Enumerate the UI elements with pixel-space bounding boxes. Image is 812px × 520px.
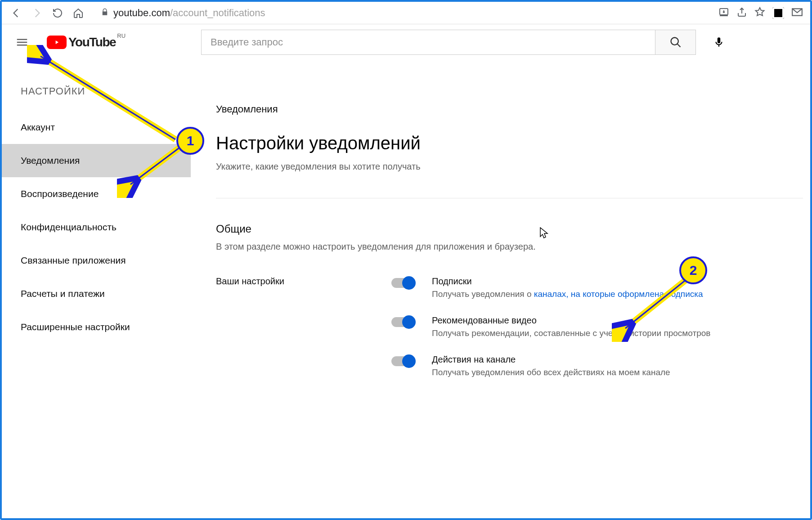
toggle-title: Действия на канале bbox=[432, 354, 670, 365]
main-content: Уведомления Настройки уведомлений Укажит… bbox=[216, 103, 803, 394]
toggle-switch-channel-activity[interactable] bbox=[391, 356, 414, 366]
toggle-subscriptions: Подписки Получать уведомления о каналах,… bbox=[391, 276, 803, 299]
youtube-logo-text: YouTube bbox=[68, 35, 116, 49]
toggle-switch-recommended[interactable] bbox=[391, 317, 414, 327]
sidebar-item-notifications[interactable]: Уведомления bbox=[2, 144, 191, 177]
sidebar-item-connected-apps[interactable]: Связанные приложения bbox=[2, 244, 191, 277]
mail-icon[interactable] bbox=[791, 6, 803, 20]
breadcrumb-label: Уведомления bbox=[216, 103, 803, 115]
voice-search-button[interactable] bbox=[707, 30, 731, 54]
browser-toolbar: youtube.com/account_notifications bbox=[2, 2, 810, 24]
toggle-title: Подписки bbox=[432, 276, 703, 287]
toggle-title: Рекомендованные видео bbox=[432, 315, 710, 326]
settings-sidebar: НАСТРОЙКИ Аккаунт Уведомления Воспроизве… bbox=[2, 76, 191, 344]
address-bar[interactable]: youtube.com/account_notifications bbox=[92, 7, 712, 19]
page-title: Настройки уведомлений bbox=[216, 133, 803, 153]
youtube-logo[interactable]: YouTube RU bbox=[47, 35, 116, 49]
toggle-desc: Получать уведомления обо всех действиях … bbox=[432, 368, 670, 377]
sidebar-item-advanced[interactable]: Расширенные настройки bbox=[2, 310, 191, 344]
url-text: youtube.com/account_notifications bbox=[113, 7, 265, 19]
region-code: RU bbox=[117, 32, 126, 39]
general-heading: Общие bbox=[216, 223, 803, 235]
nav-forward-icon[interactable] bbox=[30, 6, 44, 20]
hamburger-menu-button[interactable] bbox=[13, 34, 31, 51]
sidebar-item-playback[interactable]: Воспроизведение bbox=[2, 177, 191, 211]
search-input[interactable]: Введите запрос bbox=[201, 30, 655, 55]
youtube-play-icon bbox=[47, 36, 67, 49]
extension-icon[interactable] bbox=[772, 7, 784, 19]
sidebar-item-account[interactable]: Аккаунт bbox=[2, 111, 191, 144]
general-desc: В этом разделе можно настроить уведомлен… bbox=[216, 242, 803, 252]
nav-back-icon[interactable] bbox=[9, 6, 23, 20]
share-icon[interactable] bbox=[736, 7, 747, 19]
toggle-desc: Получать рекомендации, составленные с уч… bbox=[432, 328, 710, 338]
subscriptions-link[interactable]: каналах, на которые оформлена подписка bbox=[534, 289, 703, 299]
sidebar-heading: НАСТРОЙКИ bbox=[2, 76, 191, 111]
install-icon[interactable] bbox=[718, 7, 729, 19]
toggle-channel-activity: Действия на канале Получать уведомления … bbox=[391, 354, 803, 377]
svg-point-1 bbox=[671, 38, 678, 45]
search-button[interactable] bbox=[655, 30, 696, 55]
lock-icon bbox=[101, 8, 109, 18]
reload-icon[interactable] bbox=[50, 6, 65, 20]
page-subtitle: Укажите, какие уведомления вы хотите пол… bbox=[216, 161, 803, 172]
bookmark-star-icon[interactable] bbox=[754, 7, 765, 19]
toggle-recommended: Рекомендованные видео Получать рекоменда… bbox=[391, 315, 803, 338]
your-settings-label: Ваши настройки bbox=[216, 276, 391, 287]
youtube-header: YouTube RU Введите запрос bbox=[2, 24, 810, 60]
sidebar-item-privacy[interactable]: Конфиденциальность bbox=[2, 211, 191, 244]
toggle-switch-subscriptions[interactable] bbox=[391, 278, 414, 288]
home-icon[interactable] bbox=[71, 6, 85, 20]
divider bbox=[216, 198, 803, 198]
toggle-desc: Получать уведомления о каналах, на котор… bbox=[432, 289, 703, 299]
sidebar-item-billing[interactable]: Расчеты и платежи bbox=[2, 277, 191, 310]
